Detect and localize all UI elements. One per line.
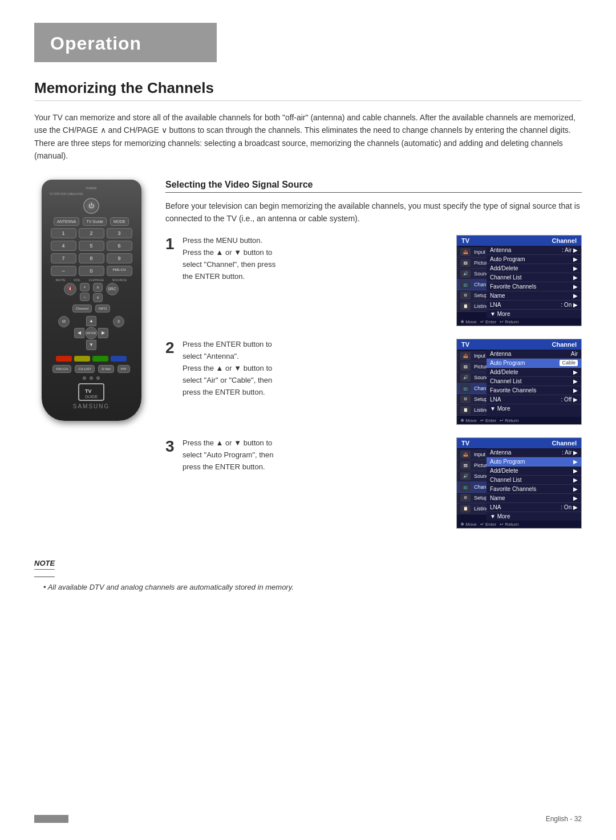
step-3-text: Press the ▲ or ▼ button to select "Auto … <box>183 437 451 473</box>
vol-down[interactable]: – <box>80 293 89 301</box>
footer-page-info: English - 32 <box>546 815 582 823</box>
tv-menu-2: TV Channel 📥Input 🖼Picture 🔊Sound 📺Chann… <box>456 339 582 425</box>
menu-channel-row-selected: 📺 Channel <box>457 279 487 290</box>
m3-antenna-label: Antenna <box>490 449 511 456</box>
m3-autoprog-arrow: ▶ <box>573 458 578 465</box>
m3-lna-value: : On ▶ <box>561 504 578 510</box>
mode-button[interactable]: MODE <box>110 217 129 226</box>
dnet-button[interactable]: D-Net <box>98 365 114 373</box>
m2-listings-row: 📋Listings <box>457 405 487 416</box>
m2-favch-label: Favorite Channels <box>490 387 536 393</box>
sound-icon: 🔊 <box>460 270 471 278</box>
info-button[interactable]: INFO <box>95 305 110 313</box>
more-label: ▼ More <box>490 311 510 317</box>
ch-down[interactable]: ∨ <box>93 293 103 302</box>
antenna-item-label: Antenna <box>490 247 511 253</box>
ch-up[interactable]: ∧ <box>93 283 103 292</box>
adddelete-arrow: ▶ <box>573 265 578 271</box>
enter-button[interactable]: ENTER <box>85 327 98 339</box>
tv-menu-2-body: 📥Input 🖼Picture 🔊Sound 📺Channel ⚙Setup 📋… <box>457 350 581 417</box>
autoprog-label: Auto Program <box>490 256 525 262</box>
tv-menu-3-footer: ❖ Move ↵ Enter ↩ Return <box>457 521 581 528</box>
m3-sound-row: 🔊Sound <box>457 471 487 482</box>
pip-button[interactable]: PIP <box>117 365 130 373</box>
num-1[interactable]: 1 <box>51 228 76 238</box>
m3-channel-row: 📺Channel <box>457 482 487 493</box>
menu-item-antenna: Antenna : Air ▶ <box>487 246 581 255</box>
num-8[interactable]: 8 <box>79 253 104 263</box>
m2-lna-value: : Off ▶ <box>561 396 578 403</box>
menu-button[interactable]: M <box>58 316 70 327</box>
num-5[interactable]: 5 <box>79 241 104 251</box>
favch-button[interactable]: FAV.CH <box>52 365 71 373</box>
tv-menu-1: TV Channel 📥 Input 🖼 <box>456 235 582 326</box>
menu-input-row: 📥 Input <box>457 247 487 258</box>
yellow-button[interactable] <box>74 356 90 362</box>
red-button[interactable] <box>56 356 72 362</box>
autoprog-arrow: ▶ <box>573 256 578 262</box>
footer-move: ❖ Move <box>460 319 477 324</box>
dpad-up[interactable]: ▲ <box>86 316 96 326</box>
dpad-left[interactable]: ◀ <box>74 328 84 338</box>
m2-antenna-label: Antenna <box>490 351 511 357</box>
exit-button[interactable]: X <box>113 316 124 327</box>
m2-input-icon: 📥 <box>460 352 471 360</box>
num-6[interactable]: 6 <box>107 241 132 251</box>
m2-sound-icon: 🔊 <box>460 374 471 382</box>
blue-button[interactable] <box>111 356 127 362</box>
footer-return: ↩ Return <box>500 319 518 324</box>
m3-listings-row: 📋Listings <box>457 504 487 514</box>
vol-up[interactable]: + <box>80 283 89 291</box>
m3-setup-row: ⚙Setup <box>457 493 487 504</box>
tv-menu-1-header: TV Channel <box>457 236 581 246</box>
channel-button[interactable]: Channel <box>72 305 92 313</box>
chlist-button[interactable]: CH.LIST <box>75 365 95 373</box>
dpad-right[interactable]: ▶ <box>98 328 108 338</box>
m3-name-arrow: ▶ <box>573 495 578 501</box>
m3-name-label: Name <box>490 495 505 501</box>
input-label: Input <box>474 249 485 255</box>
power-button[interactable] <box>83 198 99 214</box>
step-2-left: 2 Press the ENTER button to select "Ante… <box>165 339 451 398</box>
num-dash[interactable]: – <box>51 266 76 276</box>
m2-footer-move: ❖ Move <box>460 418 477 423</box>
menu-item-favch: Favorite Channels ▶ <box>487 282 581 291</box>
num-7[interactable]: 7 <box>51 253 76 263</box>
step-1-left: 1 Press the MENU button. Press the ▲ or … <box>165 235 451 282</box>
source-button[interactable]: SRC <box>106 283 119 295</box>
green-button[interactable] <box>92 356 108 362</box>
m3-name-row: Name ▶ <box>487 494 581 503</box>
m2-lna-label: LNA <box>490 396 501 403</box>
dpad-down[interactable]: ▼ <box>86 340 96 350</box>
m2-input-row: 📥Input <box>457 351 487 362</box>
step-3-left: 3 Press the ▲ or ▼ button to select "Aut… <box>165 437 451 473</box>
menu-item-adddelete: Add/Delete ▶ <box>487 264 581 273</box>
footer-bar <box>34 815 68 823</box>
page-title: Operation <box>50 33 201 54</box>
num-4[interactable]: 4 <box>51 241 76 251</box>
antenna-button[interactable]: ANTENNA <box>54 217 79 226</box>
tv-label-3: TV <box>461 440 469 447</box>
number-grid: 1 2 3 4 5 6 7 8 9 – 0 PRE-CH <box>51 228 132 276</box>
num-3[interactable]: 3 <box>107 228 132 238</box>
menu-item-chlist: Channel List ▶ <box>487 273 581 282</box>
menu-sound-row: 🔊 Sound <box>457 269 487 279</box>
mute-button[interactable]: 🔇 <box>64 283 76 295</box>
num-2[interactable]: 2 <box>79 228 104 238</box>
tv-menu-3-items: Antenna : Air ▶ Auto Program ▶ Add/Delet… <box>487 448 581 521</box>
lna-value: : On ▶ <box>561 302 578 308</box>
note-section: NOTE All available DTV and analog channe… <box>34 558 582 599</box>
num-9[interactable]: 9 <box>107 253 132 263</box>
m2-footer-enter: ↵ Enter <box>480 418 496 423</box>
prech-button[interactable]: PRE-CH <box>107 266 132 276</box>
tvguide-button[interactable]: TV Guide <box>83 217 107 226</box>
num-0[interactable]: 0 <box>79 266 104 276</box>
m2-more-label: ▼ More <box>490 405 510 412</box>
m3-chlist-arrow: ▶ <box>573 477 578 483</box>
name-arrow: ▶ <box>573 293 578 299</box>
m2-sound-row: 🔊Sound <box>457 372 487 383</box>
sub-intro-text: Before your television can begin memoriz… <box>165 200 582 225</box>
m3-sound-icon: 🔊 <box>460 472 471 480</box>
m3-favch-arrow: ▶ <box>573 486 578 492</box>
chlist-label: Channel List <box>490 274 522 281</box>
